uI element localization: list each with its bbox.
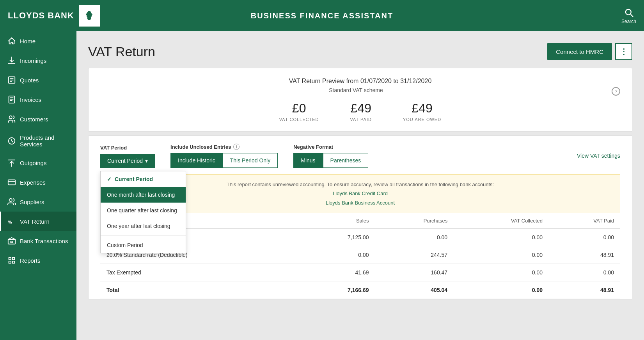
svg-point-1 [89,12,90,13]
sidebar: Home Incomings Quotes Invoices Customers… [0,31,76,340]
dropdown-item-label: Custom Period [107,242,143,248]
vat-period-group: VAT Period Current Period ▾ ✓ [100,145,155,168]
page-title: VAT Return [88,44,155,59]
period-button-group: Current Period ▾ [100,154,155,168]
warning-link-business-account[interactable]: Lloyds Bank Business Account [326,200,395,206]
dropdown-item-one-month[interactable]: One month after last closing [101,187,186,203]
sidebar-item-home[interactable]: Home [0,31,76,51]
include-unclosed-label: Include Unclosed Entries i [170,144,278,150]
top-header: LLOYDS BANK BUSINESS FINANCE ASSISTANT S… [0,0,644,31]
sidebar-label-quotes: Quotes [20,77,39,84]
invoices-icon [7,95,16,104]
vat-paid-value: £49 [350,101,371,116]
header-title: BUSINESS FINANCE ASSISTANT [251,11,393,20]
row-vat_paid-3: 48.91 [549,281,620,299]
sidebar-label-incomings: Incomings [20,57,46,64]
sidebar-item-customers[interactable]: Customers [0,109,76,129]
sidebar-item-quotes[interactable]: Quotes [0,70,76,90]
include-unclosed-toggle: Include Historic This Period Only [170,153,278,168]
sidebar-item-products[interactable]: Products and Services [0,129,76,153]
logo-text: LLOYDS BANK [8,11,74,21]
sidebar-item-bank[interactable]: Bank Transactions [0,231,76,251]
current-period-label: Current Period [107,158,143,164]
minus-button[interactable]: Minus [293,153,323,168]
sidebar-item-vat-return[interactable]: % VAT Return [0,212,76,231]
more-dots-icon: ⋮ [620,47,628,56]
row-purchases-3: 405.04 [375,281,454,299]
sidebar-label-invoices: Invoices [20,96,41,103]
vat-collected-value: £0 [279,101,319,116]
dropdown-item-one-quarter[interactable]: One quarter after last closing [101,203,186,218]
dropdown-arrow-icon: ▾ [145,158,148,164]
logo-horse-icon [79,5,100,27]
row-vat_paid-1: 48.91 [549,246,620,264]
svg-point-7 [9,199,12,201]
dropdown-item-custom[interactable]: Custom Period [101,237,186,253]
layout: Home Incomings Quotes Invoices Customers… [0,31,644,340]
col-header-sales: Sales [302,213,375,229]
row-sales-0: 7,125.00 [302,229,375,246]
help-icon[interactable]: ? [612,87,620,96]
reports-icon [7,256,16,265]
row-vat_collected-2: 0.00 [454,264,549,281]
warning-link-credit-card[interactable]: Lloyds Bank Credit Card [333,190,388,196]
sidebar-label-home: Home [20,38,35,45]
sidebar-item-reports[interactable]: Reports [0,251,76,270]
sidebar-label-bank: Bank Transactions [20,238,68,244]
more-options-button[interactable]: ⋮ [615,43,632,60]
row-purchases-1: 244.57 [375,246,454,264]
table-row: Tax Exempted41.69160.470.000.00 [100,264,620,281]
svg-point-4 [9,116,12,119]
dropdown-item-label: One quarter after last closing [107,207,177,214]
dropdown-item-current[interactable]: ✓ Current Period [101,171,186,187]
controls-row: VAT Period Current Period ▾ ✓ [100,144,620,168]
current-period-button[interactable]: Current Period ▾ [100,154,155,168]
row-vat_collected-1: 0.00 [454,246,549,264]
negative-format-label: Negative Format [293,144,368,150]
sidebar-label-customers: Customers [20,116,48,123]
logo-area: LLOYDS BANK [8,5,100,27]
svg-text:%: % [8,220,12,224]
search-icon [623,7,634,18]
col-header-vat-paid: VAT Paid [549,213,620,229]
products-icon [7,137,16,145]
check-icon: ✓ [107,176,112,182]
col-header-purchases: Purchases [375,213,454,229]
vat-owed-label: YOU ARE OWED [403,117,441,122]
row-purchases-2: 160.47 [375,264,454,281]
incomings-icon [7,56,16,65]
header-buttons: Connect to HMRC ⋮ [547,43,632,60]
bank-icon [7,237,16,245]
vat-owed-amount: £49 YOU ARE OWED [403,101,441,122]
sidebar-item-expenses[interactable]: Expenses [0,173,76,192]
vat-amounts: £0 VAT COLLECTED £49 VAT PAID £49 YOU AR… [100,101,620,122]
include-unclosed-group: Include Unclosed Entries i Include Histo… [170,144,278,168]
connect-hmrc-button[interactable]: Connect to HMRC [547,43,612,60]
vat-icon: % [7,217,16,226]
this-period-only-button[interactable]: This Period Only [223,153,278,168]
search-button[interactable]: Search [621,7,636,24]
row-purchases-0: 0.00 [375,229,454,246]
vat-preview-card: VAT Return Preview from 01/07/2020 to 31… [88,68,632,132]
vat-preview-title: VAT Return Preview from 01/07/2020 to 31… [100,78,620,85]
sidebar-label-products: Products and Services [20,134,70,148]
row-label-2[interactable]: Tax Exempted [100,264,302,281]
sidebar-label-suppliers: Suppliers [20,199,44,205]
row-sales-1: 0.00 [302,246,375,264]
svg-rect-10 [11,241,13,243]
table-row: Total7,166.69405.040.0048.91 [100,281,620,299]
sidebar-item-outgoings[interactable]: Outgoings [0,153,76,173]
main-content: VAT Return Connect to HMRC ⋮ VAT Return … [76,31,644,340]
parentheses-button[interactable]: Parentheses [323,153,369,168]
info-icon[interactable]: i [233,144,240,150]
dropdown-item-one-year[interactable]: One year after last closing [101,218,186,234]
include-historic-button[interactable]: Include Historic [170,153,223,168]
svg-rect-6 [8,180,15,185]
sidebar-item-invoices[interactable]: Invoices [0,90,76,109]
view-vat-settings-link[interactable]: View VAT settings [577,153,620,159]
sidebar-label-outgoings: Outgoings [20,160,46,166]
sidebar-item-suppliers[interactable]: Suppliers [0,192,76,212]
vat-collected-amount: £0 VAT COLLECTED [279,101,319,122]
customers-icon [7,115,16,123]
sidebar-item-incomings[interactable]: Incomings [0,51,76,70]
